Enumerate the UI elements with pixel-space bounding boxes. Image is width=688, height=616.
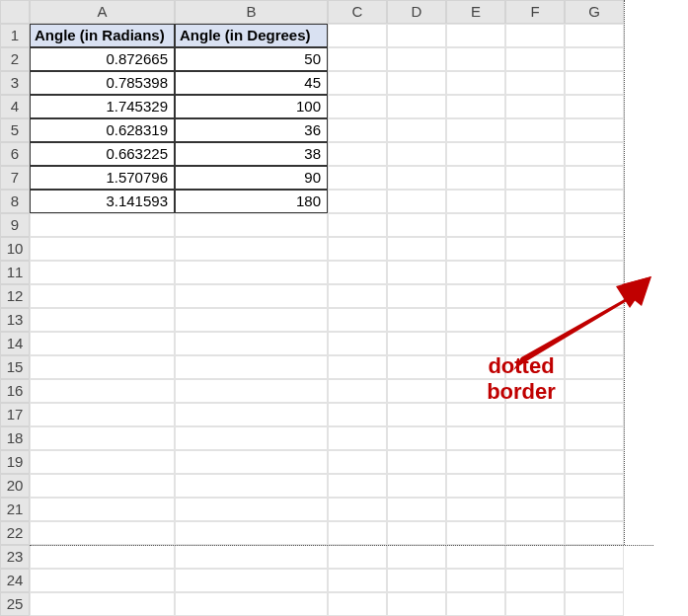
cell-G23[interactable] [565,545,624,569]
cell-F24[interactable] [505,569,565,592]
cell-E12[interactable] [446,284,505,308]
cell-D13[interactable] [387,308,446,332]
cell-C10[interactable] [328,237,387,261]
row-header-23[interactable]: 23 [0,545,30,569]
cell-A24[interactable] [30,569,175,592]
cell-D21[interactable] [387,498,446,521]
cell-E5[interactable] [446,118,505,142]
cell-F1[interactable] [505,24,565,47]
cell-D22[interactable] [387,521,446,545]
cell-B16[interactable] [175,379,328,403]
cell-B21[interactable] [175,498,328,521]
cell-D6[interactable] [387,142,446,166]
cell-D2[interactable] [387,47,446,71]
cell-C16[interactable] [328,379,387,403]
row-header-24[interactable]: 24 [0,569,30,592]
cell-C18[interactable] [328,426,387,450]
row-header-19[interactable]: 19 [0,450,30,474]
row-header-2[interactable]: 2 [0,47,30,71]
cell-G9[interactable] [565,213,624,237]
cell-C17[interactable] [328,403,387,426]
cell-B11[interactable] [175,261,328,284]
cell-E25[interactable] [446,592,505,616]
cell-E18[interactable] [446,426,505,450]
cell-C5[interactable] [328,118,387,142]
cell-A19[interactable] [30,450,175,474]
row-header-17[interactable]: 17 [0,403,30,426]
cell-D19[interactable] [387,450,446,474]
cell-G19[interactable] [565,450,624,474]
cell-E14[interactable] [446,332,505,355]
cell-A25[interactable] [30,592,175,616]
cell-E6[interactable] [446,142,505,166]
cell-F3[interactable] [505,71,565,95]
cell-F9[interactable] [505,213,565,237]
cell-D18[interactable] [387,426,446,450]
cell-B12[interactable] [175,284,328,308]
cell-F2[interactable] [505,47,565,71]
cell-C1[interactable] [328,24,387,47]
cell-C23[interactable] [328,545,387,569]
cell-E20[interactable] [446,474,505,498]
cell-D12[interactable] [387,284,446,308]
cell-G4[interactable] [565,95,624,118]
cell-E8[interactable] [446,190,505,213]
cell-G11[interactable] [565,261,624,284]
cell-F5[interactable] [505,118,565,142]
row-header-13[interactable]: 13 [0,308,30,332]
cell-D24[interactable] [387,569,446,592]
cell-F16[interactable] [505,379,565,403]
cell-B13[interactable] [175,308,328,332]
cell-A3[interactable]: 0.785398 [30,71,175,95]
col-header-E[interactable]: E [446,0,505,24]
cell-G6[interactable] [565,142,624,166]
cell-D14[interactable] [387,332,446,355]
cell-E19[interactable] [446,450,505,474]
cell-C2[interactable] [328,47,387,71]
cell-D16[interactable] [387,379,446,403]
cell-G8[interactable] [565,190,624,213]
cell-F20[interactable] [505,474,565,498]
cell-A17[interactable] [30,403,175,426]
cell-E7[interactable] [446,166,505,190]
cell-F22[interactable] [505,521,565,545]
cell-E3[interactable] [446,71,505,95]
cell-B22[interactable] [175,521,328,545]
cell-G2[interactable] [565,47,624,71]
cell-G3[interactable] [565,71,624,95]
cell-B15[interactable] [175,355,328,379]
cell-B4[interactable]: 100 [175,95,328,118]
cell-E10[interactable] [446,237,505,261]
cell-C13[interactable] [328,308,387,332]
cell-B3[interactable]: 45 [175,71,328,95]
cell-C21[interactable] [328,498,387,521]
cell-B18[interactable] [175,426,328,450]
cell-G17[interactable] [565,403,624,426]
cell-D25[interactable] [387,592,446,616]
cell-E13[interactable] [446,308,505,332]
row-header-21[interactable]: 21 [0,498,30,521]
cell-C7[interactable] [328,166,387,190]
cell-B2[interactable]: 50 [175,47,328,71]
row-header-14[interactable]: 14 [0,332,30,355]
cell-F18[interactable] [505,426,565,450]
cell-G13[interactable] [565,308,624,332]
cell-D8[interactable] [387,190,446,213]
cell-A18[interactable] [30,426,175,450]
row-header-11[interactable]: 11 [0,261,30,284]
row-header-16[interactable]: 16 [0,379,30,403]
cell-G25[interactable] [565,592,624,616]
cell-D20[interactable] [387,474,446,498]
cell-C15[interactable] [328,355,387,379]
cell-A5[interactable]: 0.628319 [30,118,175,142]
cell-G1[interactable] [565,24,624,47]
cell-A1[interactable]: Angle (in Radians) [30,24,175,47]
cell-F10[interactable] [505,237,565,261]
row-header-7[interactable]: 7 [0,166,30,190]
cell-G20[interactable] [565,474,624,498]
cell-F14[interactable] [505,332,565,355]
cell-E11[interactable] [446,261,505,284]
cell-C20[interactable] [328,474,387,498]
cell-F25[interactable] [505,592,565,616]
row-header-1[interactable]: 1 [0,24,30,47]
